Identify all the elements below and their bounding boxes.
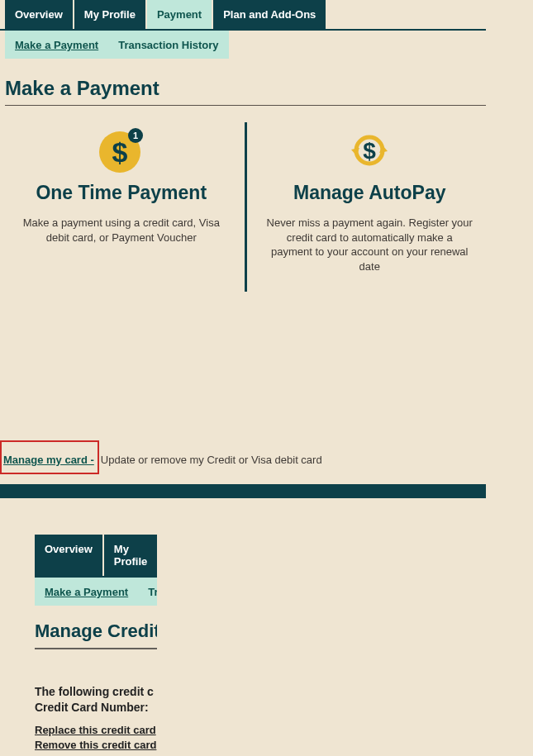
autopay-title: Manage AutoPay <box>265 182 475 204</box>
svg-text:$: $ <box>112 136 127 168</box>
bottom-tabs: Overview My Profile <box>35 535 157 578</box>
svg-text:$: $ <box>363 138 376 164</box>
bottom-title-divider <box>35 648 157 649</box>
manage-card-tail: Update or remove my Credit or Visa debit… <box>101 454 322 466</box>
autopay-desc: Never miss a payment again. Register you… <box>265 216 475 273</box>
autopay-card[interactable]: $ Manage AutoPay Never miss a payment ag… <box>254 122 487 292</box>
one-time-payment-card[interactable]: $ 1 One Time Payment Make a payment usin… <box>5 122 238 292</box>
sub-tabs: Make a Payment Transaction History <box>5 31 486 59</box>
manage-card-line: Manage my card - Update or remove my Cre… <box>0 440 486 474</box>
manage-credit-title: Manage Credit <box>35 620 157 642</box>
bottom-tab-my-profile[interactable]: My Profile <box>104 535 157 576</box>
payment-options: $ 1 One Time Payment Make a payment usin… <box>5 122 486 292</box>
one-time-payment-desc: Make a payment using a credit card, Visa… <box>17 216 226 245</box>
dollar-coin-icon: $ 1 <box>17 126 226 175</box>
bottom-subtab-history-cut[interactable]: Trans <box>138 578 157 606</box>
page-title: Make a Payment <box>5 77 486 100</box>
title-divider <box>5 105 486 106</box>
credit-card-info: The following credit c Credit Card Numbe… <box>35 684 157 716</box>
bottom-tab-overview[interactable]: Overview <box>35 535 102 576</box>
bottom-subtabs: Make a Payment Trans <box>35 578 157 606</box>
subtab-transaction-history[interactable]: Transaction History <box>108 31 228 59</box>
remove-card-link[interactable]: Remove this credit card <box>35 739 157 751</box>
manage-card-highlight: Manage my card - <box>0 440 99 474</box>
replace-card-link[interactable]: Replace this credit card <box>35 724 157 736</box>
subtab-make-payment[interactable]: Make a Payment <box>5 31 108 59</box>
tab-plan-addons[interactable]: Plan and Add-Ons <box>213 0 326 29</box>
tab-overview[interactable]: Overview <box>5 0 73 29</box>
card-divider <box>245 122 247 292</box>
main-tabs: Overview My Profile Payment Plan and Add… <box>0 0 486 31</box>
bottom-subtab-make-payment[interactable]: Make a Payment <box>35 578 138 606</box>
tab-my-profile[interactable]: My Profile <box>74 0 145 29</box>
one-time-payment-title: One Time Payment <box>17 182 226 204</box>
manage-my-card-link[interactable]: Manage my card - <box>3 454 94 466</box>
svg-text:1: 1 <box>133 131 138 140</box>
autopay-refresh-icon: $ <box>265 126 475 175</box>
tab-payment[interactable]: Payment <box>147 0 212 29</box>
credit-info-line1: The following credit c <box>35 684 157 700</box>
card-action-links: Replace this credit card Remove this cre… <box>35 724 157 751</box>
section-separator-bar <box>0 484 486 498</box>
bottom-cropped-panel: Overview My Profile Make a Payment Trans… <box>35 535 157 754</box>
credit-info-line2: Credit Card Number: <box>35 700 157 716</box>
